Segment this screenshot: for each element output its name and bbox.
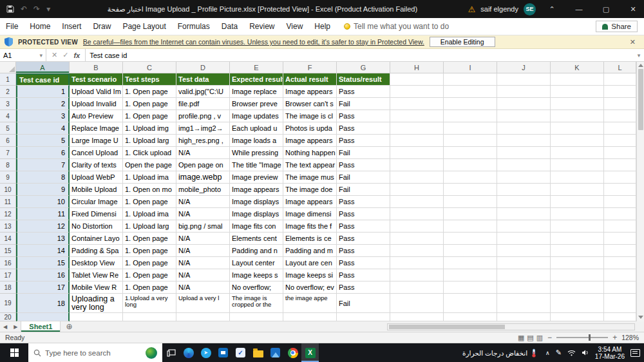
cell[interactable] <box>551 313 604 321</box>
row-header-15[interactable]: 15 <box>0 245 16 257</box>
cell[interactable]: 1. Open page <box>123 245 176 257</box>
cell[interactable] <box>551 122 604 135</box>
photos-icon[interactable] <box>267 343 284 362</box>
row-header-3[interactable]: 3 <box>0 98 16 110</box>
cell[interactable]: 1. Open page <box>123 281 176 294</box>
sheet-tab-sheet1[interactable]: Sheet1 <box>21 321 61 332</box>
cell[interactable]: Pass <box>337 159 390 171</box>
sheet-nav-left-icon[interactable]: ◀ <box>0 324 10 330</box>
cell[interactable]: No overflow; ev <box>283 281 337 294</box>
cell[interactable]: Image dimensi <box>283 208 337 220</box>
cell[interactable]: the image appe <box>283 294 337 313</box>
header-cell[interactable]: Actual result <box>283 73 337 86</box>
cell[interactable] <box>497 281 551 294</box>
row-header-4[interactable]: 4 <box>0 110 16 122</box>
row-header-13[interactable]: 13 <box>0 220 16 233</box>
cell[interactable]: Browser preve <box>230 98 283 110</box>
action-center-icon[interactable] <box>630 349 640 357</box>
cell[interactable] <box>551 294 604 313</box>
volume-icon[interactable] <box>582 349 589 356</box>
telegram-icon[interactable]: ➤ <box>197 343 214 362</box>
cell[interactable]: Pass <box>337 196 390 208</box>
cell[interactable] <box>604 257 636 269</box>
cell[interactable] <box>551 135 604 147</box>
cell[interactable] <box>444 220 497 233</box>
cell[interactable]: 1. Upload larg <box>123 220 176 233</box>
cell[interactable] <box>604 86 636 98</box>
cell[interactable]: Pass <box>337 245 390 257</box>
cell[interactable]: Upload Invalid <box>70 98 123 110</box>
cell[interactable]: N/A <box>176 257 230 269</box>
cell[interactable]: N/A <box>176 269 230 281</box>
cell[interactable]: 1. Open page <box>123 98 176 110</box>
column-header-j[interactable]: J <box>497 62 551 73</box>
cell[interactable]: Image appears <box>283 86 337 98</box>
cell[interactable]: Pass <box>337 281 390 294</box>
horizontal-scrollbar[interactable] <box>387 323 635 330</box>
tab-draw[interactable]: Draw <box>87 18 117 35</box>
cell[interactable] <box>176 313 230 321</box>
cell[interactable] <box>497 86 551 98</box>
header-cell[interactable]: Expected result <box>230 73 283 86</box>
cell[interactable]: No overflow; <box>230 281 283 294</box>
cell[interactable]: Desktop View <box>70 257 123 269</box>
cell[interactable] <box>390 135 444 147</box>
cell[interactable] <box>604 110 636 122</box>
protected-bar-close-icon[interactable]: ✕ <box>626 38 639 46</box>
cell[interactable] <box>16 313 70 321</box>
cell[interactable] <box>390 86 444 98</box>
cell[interactable] <box>444 159 497 171</box>
cell[interactable]: Image loads a <box>230 135 283 147</box>
cell[interactable]: 1. Upload ima <box>123 208 176 220</box>
column-header-k[interactable]: K <box>551 62 604 73</box>
cell[interactable]: 12 <box>16 220 70 233</box>
cell[interactable]: Image keeps s <box>230 269 283 281</box>
cell[interactable]: Mobile Upload <box>70 184 123 196</box>
column-header-e[interactable]: E <box>230 62 283 73</box>
share-button[interactable]: Share <box>596 21 638 32</box>
store-icon[interactable] <box>214 343 232 362</box>
cell[interactable]: 8 <box>16 171 70 184</box>
column-header-g[interactable]: G <box>337 62 390 73</box>
cell[interactable]: Fail <box>337 184 390 196</box>
cell[interactable] <box>444 184 497 196</box>
cell[interactable] <box>444 233 497 245</box>
row-header-19[interactable]: 19 <box>0 294 16 313</box>
cell[interactable] <box>604 159 636 171</box>
excel-taskbar-icon[interactable]: X <box>301 343 319 362</box>
cell[interactable]: 7 <box>16 159 70 171</box>
cell[interactable]: Fail <box>337 147 390 159</box>
cell[interactable]: Padding and n <box>230 245 283 257</box>
tab-insert[interactable]: Insert <box>56 18 87 35</box>
cell[interactable] <box>551 220 604 233</box>
cell[interactable]: Nothing happen <box>283 147 337 159</box>
tab-page-layout[interactable]: Page Layout <box>117 18 171 35</box>
cell[interactable] <box>390 281 444 294</box>
cell[interactable]: Upload Valid Im <box>70 86 123 98</box>
cell[interactable]: 9 <box>16 184 70 196</box>
cell[interactable]: 1. Upload ima <box>123 171 176 184</box>
cell[interactable]: N/A <box>176 208 230 220</box>
cell[interactable] <box>390 196 444 208</box>
zoom-slider-handle[interactable] <box>589 334 591 341</box>
cell[interactable] <box>604 294 636 313</box>
row-header-18[interactable]: 18 <box>0 281 16 294</box>
cell[interactable]: N/A <box>176 233 230 245</box>
cell[interactable] <box>497 73 551 86</box>
cell[interactable]: 1. Open on mo <box>123 184 176 196</box>
cell[interactable] <box>497 171 551 184</box>
cell[interactable]: Pass <box>337 208 390 220</box>
ribbon-display-options-icon[interactable]: ⌃ <box>541 0 563 18</box>
cell[interactable] <box>337 313 390 321</box>
cell[interactable]: Pass <box>337 86 390 98</box>
cell[interactable]: Upload a very l <box>176 294 230 313</box>
cell[interactable] <box>604 98 636 110</box>
cell[interactable] <box>604 184 636 196</box>
vertical-scroll-thumb[interactable] <box>638 69 643 130</box>
cell[interactable] <box>390 110 444 122</box>
cell[interactable]: 13 <box>16 233 70 245</box>
cell[interactable] <box>497 110 551 122</box>
undo-icon[interactable]: ↶ <box>21 5 27 14</box>
cell[interactable]: Fail <box>337 171 390 184</box>
row-header-8[interactable]: 8 <box>0 159 16 171</box>
